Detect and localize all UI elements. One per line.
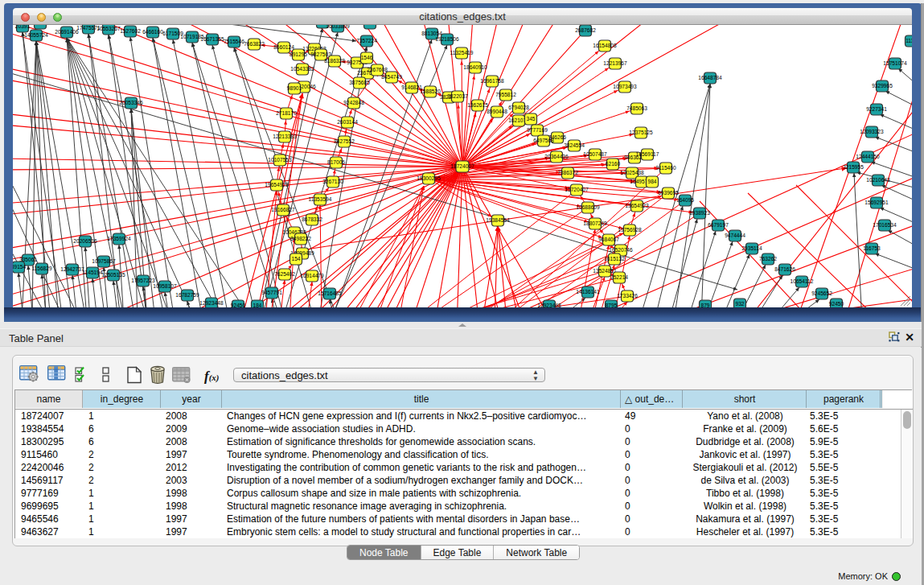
svg-text:9242848: 9242848 — [343, 100, 364, 105]
svg-text:20391: 20391 — [15, 25, 31, 29]
svg-text:6939695: 6939695 — [658, 190, 679, 196]
svg-text:12942737: 12942737 — [60, 266, 84, 272]
svg-text:6794028: 6794028 — [508, 105, 529, 110]
svg-text:18807249: 18807249 — [583, 220, 607, 226]
svg-text:16782759: 16782759 — [175, 292, 199, 298]
svg-text:18724007: 18724007 — [450, 163, 474, 169]
svg-text:7625402: 7625402 — [274, 271, 295, 277]
svg-text:14055724: 14055724 — [24, 32, 48, 38]
svg-text:1527602: 1527602 — [120, 28, 141, 34]
svg-text:12444150: 12444150 — [856, 154, 880, 159]
svg-text:1588520: 1588520 — [420, 89, 441, 94]
svg-text:18640910: 18640910 — [463, 64, 487, 70]
svg-text:8678332: 8678332 — [302, 216, 322, 222]
svg-text:19218506: 19218506 — [435, 36, 459, 42]
svg-text:18300295: 18300295 — [417, 175, 441, 181]
svg-text:10958107: 10958107 — [153, 283, 177, 289]
svg-text:1546: 1546 — [361, 55, 373, 60]
svg-text:6679197: 6679197 — [708, 222, 729, 228]
svg-text:20691406: 20691406 — [55, 29, 79, 35]
svg-text:98901: 98901 — [287, 85, 302, 91]
svg-text:2123: 2123 — [35, 25, 47, 26]
svg-text:8990448: 8990448 — [487, 109, 507, 114]
svg-text:92450: 92450 — [231, 303, 246, 307]
svg-text:10025438: 10025438 — [620, 170, 644, 175]
svg-text:9684067: 9684067 — [598, 237, 619, 242]
svg-text:2718170: 2718170 — [276, 110, 297, 116]
svg-text:3824554: 3824554 — [564, 142, 585, 148]
svg-text:16961758: 16961758 — [480, 78, 504, 84]
svg-text:17016534: 17016534 — [873, 222, 897, 228]
svg-text:10654112: 10654112 — [791, 278, 814, 284]
svg-text:10553267: 10553267 — [97, 26, 121, 31]
svg-text:8795: 8795 — [606, 303, 618, 307]
svg-text:6497568: 6497568 — [533, 138, 554, 143]
svg-text:12213383: 12213383 — [273, 134, 297, 139]
svg-text:12375125: 12375125 — [629, 130, 653, 135]
svg-text:39154: 39154 — [13, 264, 26, 270]
svg-text:10107553: 10107553 — [268, 157, 292, 163]
svg-text:8454749: 8454749 — [381, 74, 402, 80]
svg-text:3215955: 3215955 — [843, 164, 864, 170]
svg-text:8427552: 8427552 — [334, 138, 355, 144]
svg-text:17957223: 17957223 — [131, 278, 155, 283]
svg-text:10210643: 10210643 — [866, 177, 890, 183]
svg-text:9227341: 9227341 — [866, 106, 887, 112]
svg-text:1156829: 1156829 — [31, 266, 52, 271]
svg-text:7357224: 7357224 — [356, 38, 377, 43]
svg-text:14136141: 14136141 — [576, 289, 600, 295]
svg-text:9777169: 9777169 — [527, 127, 548, 133]
svg-text:184: 184 — [253, 303, 261, 307]
svg-text:891295: 891295 — [290, 51, 307, 57]
svg-text:16671355: 16671355 — [200, 36, 224, 42]
svg-text:10688609: 10688609 — [576, 204, 600, 210]
svg-text:8471626: 8471626 — [774, 266, 795, 272]
svg-text:19166827: 19166827 — [271, 207, 295, 212]
svg-text:7386372: 7386372 — [557, 170, 578, 175]
svg-text:12505135: 12505135 — [101, 272, 125, 278]
svg-text:20053346: 20053346 — [119, 100, 143, 105]
svg-text:9457791: 9457791 — [261, 290, 282, 295]
svg-text:19384554: 19384554 — [486, 217, 510, 223]
svg-text:164095: 164095 — [676, 197, 694, 203]
svg-text:116753: 116753 — [863, 245, 881, 251]
svg-text:9474444: 9474444 — [725, 233, 745, 238]
svg-text:1362615: 1362615 — [467, 102, 488, 108]
svg-text:3822037: 3822037 — [447, 93, 468, 99]
svg-text:252214: 252214 — [610, 274, 628, 280]
svg-text:7955812: 7955812 — [495, 92, 516, 97]
svg-text:3809: 3809 — [364, 25, 376, 26]
svg-text:8186328: 8186328 — [324, 58, 345, 64]
svg-text:20206536: 20206536 — [73, 238, 97, 244]
svg-text:763262: 763262 — [759, 256, 777, 262]
svg-text:1145194: 1145194 — [82, 270, 103, 275]
svg-text:7663822: 7663822 — [244, 41, 265, 47]
svg-text:16520746: 16520746 — [609, 247, 633, 253]
svg-text:12923448: 12923448 — [199, 300, 224, 306]
svg-text:92450: 92450 — [829, 301, 844, 307]
svg-text:12093323: 12093323 — [860, 129, 884, 134]
svg-text:12213967: 12213967 — [603, 60, 627, 66]
svg-text:16648784: 16648784 — [698, 75, 722, 80]
svg-text:879: 879 — [700, 303, 709, 307]
svg-text:17359924: 17359924 — [107, 236, 131, 241]
svg-text:2603144: 2603144 — [337, 119, 358, 125]
svg-text:3875685: 3875685 — [349, 80, 370, 85]
svg-text:2687682: 2687682 — [575, 27, 596, 33]
svg-text:10975867: 10975867 — [92, 258, 116, 264]
svg-text:11325419: 11325419 — [450, 50, 474, 56]
svg-text:6466160: 6466160 — [142, 29, 163, 35]
svg-text:9115460: 9115460 — [655, 165, 676, 171]
svg-text:1615132: 1615132 — [604, 256, 625, 262]
svg-text:15716485: 15716485 — [318, 290, 342, 296]
svg-text:19654923: 19654923 — [625, 203, 649, 208]
svg-text:9827503: 9827503 — [310, 51, 331, 57]
svg-text:19756928: 19756928 — [618, 227, 642, 233]
svg-text:10543382: 10543382 — [290, 66, 314, 72]
svg-text:10507487: 10507487 — [583, 151, 607, 157]
svg-text:2367608: 2367608 — [367, 67, 388, 72]
svg-text:7485063: 7485063 — [626, 105, 647, 111]
svg-text:10973493: 10973493 — [613, 84, 637, 89]
svg-text:984: 984 — [647, 179, 656, 184]
svg-text:3498222: 3498222 — [290, 236, 311, 241]
